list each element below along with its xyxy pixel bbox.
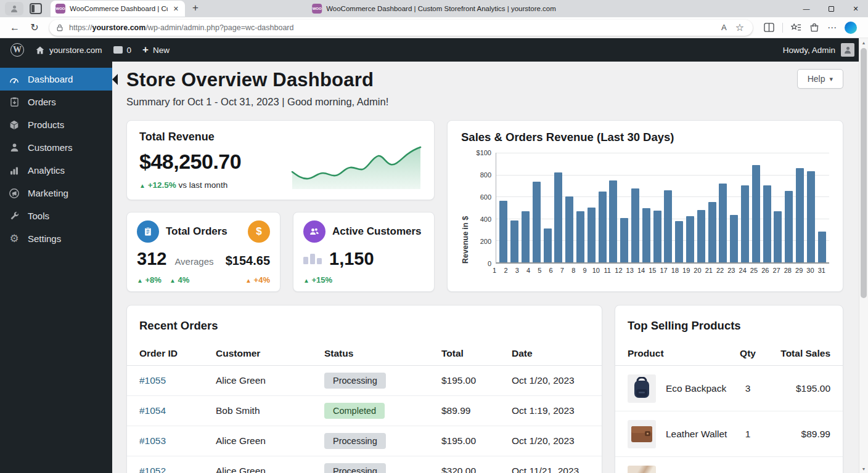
sidebar-item-orders[interactable]: Orders — [0, 91, 112, 113]
bar — [752, 165, 760, 262]
new-content-link[interactable]: + New — [137, 38, 175, 62]
order-id-link[interactable]: #1055 — [139, 375, 216, 386]
bar — [620, 218, 628, 262]
list-item: Leather Wallet 1 $89.99 — [615, 411, 843, 457]
total-orders-card: Total Orders $ 312 Averages $154.65 ▲ +8… — [126, 212, 280, 292]
bar — [510, 220, 518, 262]
orders-deltas: ▲ +8% ▲ 4% ▲ +4% — [137, 275, 270, 285]
home-icon — [35, 46, 45, 55]
y-axis-ticks: $100 800 600 400 200 0 — [471, 153, 496, 264]
bar — [697, 210, 705, 262]
product-image-backpack — [628, 374, 656, 403]
x-tick-label: 24 — [737, 267, 748, 274]
order-id-link[interactable]: #1053 — [139, 435, 216, 447]
x-tick-label: 1 — [489, 267, 500, 274]
recent-orders-title: Recent Orders — [127, 317, 602, 341]
x-tick-label: 14 — [636, 267, 647, 274]
scroll-up-arrow-icon[interactable]: ▲ — [859, 38, 868, 47]
sidebar-item-label: Marketing — [28, 188, 68, 198]
browser-titlebar: WOO WooCommerce Dashboard | Cu ✕ + WOO W… — [0, 0, 868, 17]
minimize-button[interactable]: — — [794, 0, 819, 17]
mini-bars-icon — [303, 254, 322, 264]
dashboard-gauge-icon — [8, 75, 20, 84]
split-screen-icon[interactable] — [764, 23, 774, 32]
x-tick-label: 31 — [816, 267, 827, 274]
scrollbar-thumb[interactable] — [861, 48, 867, 298]
browser-toolbar: ← ↻ https://yourstore.com/wp-admin/admin… — [0, 17, 868, 38]
bar — [807, 171, 815, 262]
tab-close-icon[interactable]: ✕ — [172, 5, 180, 13]
tab-actions-icon[interactable] — [30, 3, 42, 14]
bar — [763, 185, 771, 262]
admin-avatar[interactable] — [841, 43, 854, 57]
close-button[interactable]: ✕ — [843, 0, 868, 17]
product-qty: 1 — [732, 429, 764, 440]
copilot-icon[interactable] — [845, 22, 857, 34]
help-button[interactable]: Help ▾ — [797, 69, 843, 89]
scroll-down-arrow-icon[interactable]: ▼ — [859, 464, 868, 473]
x-tick-label: 10 — [591, 267, 601, 274]
browser-window: WOO WooCommerce Dashboard | Cu ✕ + WOO W… — [0, 0, 868, 473]
order-id-link[interactable]: #1054 — [139, 405, 216, 416]
sidebar-item-dashboard[interactable]: Dashboard — [0, 68, 112, 91]
avatar-person-icon — [845, 47, 851, 53]
sidebar-item-tools[interactable]: Tools — [0, 204, 112, 227]
browser-tab[interactable]: WOO WooCommerce Dashboard | Cu ✕ — [51, 1, 185, 17]
favorites-list-icon[interactable] — [791, 23, 801, 33]
x-tick-label: 9 — [579, 267, 590, 274]
revenue-delta: ▲ +12.5% vs last month — [139, 180, 291, 190]
product-name: Leather Wallet — [666, 429, 732, 440]
order-customer: Alice Green — [216, 466, 324, 473]
refresh-button[interactable]: ↻ — [26, 22, 43, 33]
product-image — [628, 466, 656, 473]
x-tick-label: 21 — [703, 267, 714, 274]
dashboard-content: Store Overview Dashboard Summary for Oct… — [112, 62, 868, 473]
favorite-star-icon[interactable]: ☆ — [735, 22, 744, 33]
x-tick-label: 25 — [748, 267, 759, 274]
wp-admin-bar: W yourstore.com 0 + New Howdy, Admin — [0, 38, 868, 62]
bar-plot — [496, 153, 829, 264]
back-button[interactable]: ← — [6, 22, 23, 33]
x-tick-label: 2 — [501, 267, 511, 274]
site-name-link[interactable]: yourstore.com — [30, 38, 108, 62]
settings-dots-icon[interactable]: ⋯ — [827, 22, 837, 33]
chart-title: Sales & Orders Revenue (Last 30 Days) — [461, 131, 829, 144]
order-date: Oct 1/20, 2023 — [512, 435, 589, 447]
recent-orders-panel: Recent Orders Order ID Customer Status T… — [126, 305, 602, 473]
address-bar[interactable]: https://yourstore.com/wp-admin/admin.php… — [49, 20, 753, 36]
read-aloud-icon[interactable]: A — [721, 23, 727, 32]
up-triangle-icon: ▲ — [303, 277, 309, 284]
product-qty: 3 — [732, 383, 764, 394]
shopping-icon[interactable] — [809, 23, 819, 33]
bar — [522, 211, 530, 262]
sidebar-item-customers[interactable]: Customers — [0, 136, 112, 159]
wp-logo-menu[interactable]: W — [5, 38, 30, 62]
order-id-link[interactable]: #1052 — [139, 466, 216, 473]
bar — [576, 211, 584, 262]
orders-clipboard-icon — [8, 97, 20, 107]
window-title: WOO WooCommerce Dashboard | Custom Store… — [312, 0, 556, 17]
page-scrollbar[interactable]: ▲ ▼ — [859, 38, 868, 473]
new-tab-button[interactable]: + — [192, 2, 199, 14]
sidebar-item-analytics[interactable]: Analytics — [0, 159, 112, 182]
sidebar-item-label: Orders — [28, 97, 56, 107]
bar — [785, 191, 793, 262]
x-tick-label: 7 — [557, 267, 567, 274]
order-customer: Alice Green — [216, 375, 324, 386]
sidebar-item-products[interactable]: Products — [0, 113, 112, 136]
order-customer: Bob Smith — [216, 405, 324, 416]
comments-link[interactable]: 0 — [108, 38, 137, 62]
maximize-button[interactable] — [819, 0, 843, 17]
customers-card-label: Active Customers — [332, 225, 422, 238]
bar — [588, 208, 596, 262]
sidebar-item-marketing[interactable]: Marketing — [0, 182, 112, 204]
active-customers-card: Active Customers 1,150 ▲ +15% — [293, 212, 435, 292]
browser-profile-button[interactable] — [5, 2, 23, 15]
sidebar-item-settings[interactable]: ⚙ Settings — [0, 227, 112, 250]
bar — [609, 180, 617, 262]
table-row: #1055 Alice Green Processing $195.00 Oct… — [127, 366, 602, 396]
x-tick-label: 26 — [760, 267, 771, 274]
howdy-admin-link[interactable]: Howdy, Admin — [783, 46, 835, 55]
products-box-icon — [8, 119, 20, 131]
sidebar-item-label: Customers — [28, 142, 73, 153]
